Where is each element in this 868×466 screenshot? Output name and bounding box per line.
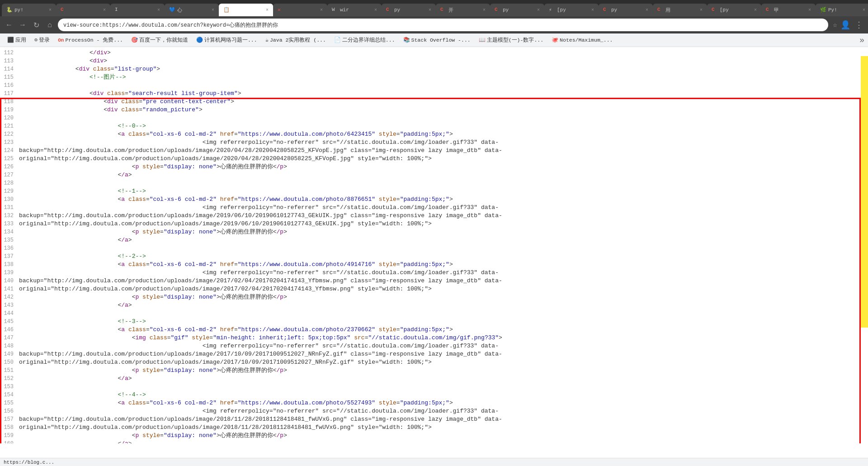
source-line: 146 <a class="col-xs-6 col-md-2" href="h…	[0, 326, 868, 334]
line-number: 138	[0, 261, 19, 269]
tab-c1[interactable]: C×	[56, 4, 110, 16]
line-number: 118	[0, 98, 19, 106]
tab-c4[interactable]: Cpy×	[599, 4, 653, 16]
tab-active[interactable]: 📋×	[219, 4, 273, 16]
source-line: 123 <img referrerpolicy="no-referrer" sr…	[0, 138, 868, 147]
bookmark-login[interactable]: ⊙ 登录	[31, 36, 53, 44]
source-line: 151 <p style="display: none">心疼的抱住胖胖的你</…	[0, 366, 868, 375]
line-number: 116	[0, 81, 19, 90]
tab-xin[interactable]: 💙心×	[165, 4, 219, 16]
bookmark-notes[interactable]: 🐙 Notes/Maximum_...	[548, 36, 616, 44]
source-line: 122 <a class="col-xs-6 col-md-2" href="h…	[0, 130, 868, 138]
source-line: 113 <div>	[0, 57, 868, 65]
forward-button[interactable]: →	[17, 19, 28, 30]
yellow-scroll-indicator[interactable]	[861, 56, 868, 328]
line-text: backup="http://img.doutula.com/productio…	[19, 415, 868, 423]
address-bar[interactable]: view-source:https://www.doutula.com/sear…	[58, 19, 828, 31]
tab-x1[interactable]: ✕×	[273, 4, 327, 16]
bookmark-notes-label: Notes/Maximum_...	[560, 37, 613, 43]
source-line: 153	[0, 383, 868, 391]
source-line: 134 <p style="display: none">心疼的抱住胖胖的你</…	[0, 228, 868, 236]
line-text: <p style="display: none">心疼的抱住胖胖的你</p>	[19, 366, 868, 375]
tab-yong[interactable]: C用×	[653, 4, 707, 16]
apps-icon: ⬛	[7, 37, 14, 43]
source-line: 132backup="http://img.doutula.com/produc…	[0, 212, 868, 220]
bookmark-java[interactable]: ☕ Java 2实用教程 (...	[262, 36, 330, 44]
bookmarks-more[interactable]: »	[859, 36, 864, 45]
line-number: 134	[0, 228, 19, 236]
tab-c5[interactable]: C[py×	[707, 4, 761, 16]
bookmark-baidu-label: 百度一下，你就知道	[139, 37, 188, 43]
line-number: 141	[0, 285, 19, 293]
line-number: 135	[0, 236, 19, 244]
tab-wir[interactable]: Wwir×	[327, 4, 382, 16]
line-text: <div class="list-group">	[19, 65, 868, 73]
source-line: 119 <div class="random_picture">	[0, 106, 868, 114]
processon-icon: On	[58, 38, 64, 43]
line-number: 112	[0, 49, 19, 57]
line-number: 158	[0, 423, 19, 432]
line-number: 120	[0, 114, 19, 122]
tab-py3[interactable]: 🌿Py!×	[816, 4, 868, 16]
line-text: <p style="display: none">心疼的抱住胖胖的你</p>	[19, 432, 868, 440]
source-line: 149backup="http://img.doutula.com/produc…	[0, 350, 868, 358]
bookmarks-bar: ⬛ 应用 ⊙ 登录 On ProcessOn - 免费... 🎯 百度一下，你就…	[0, 33, 868, 47]
tab-c3[interactable]: Cpy×	[490, 4, 544, 16]
line-text: original="http://img.doutula.com/product…	[19, 285, 868, 293]
line-number: 139	[0, 269, 19, 277]
line-number: 127	[0, 171, 19, 179]
source-line: 129 <!--1-->	[0, 187, 868, 195]
source-line: 116	[0, 81, 868, 90]
source-line: 156 <img referrerpolicy="no-referrer" sr…	[0, 407, 868, 415]
line-text: <a class="col-xs-6 col-md-2" href="https…	[19, 130, 868, 138]
tab-i1[interactable]: I×	[110, 4, 165, 16]
line-number: 126	[0, 163, 19, 171]
line-text: <img class="gif" style="min-height: inhe…	[19, 334, 868, 342]
home-button[interactable]: ⌂	[44, 19, 55, 30]
line-text: <p style="display: none">心疼的抱住胖胖的你</p>	[19, 293, 868, 301]
line-text: <p style="display: none">心痛的抱住胖胖的你</p>	[19, 163, 868, 171]
back-button[interactable]: ←	[4, 19, 14, 30]
menu-button[interactable]: ⋮	[854, 19, 864, 30]
line-text: backup="http://img.doutula.com/productio…	[19, 350, 868, 358]
java-icon: ☕	[265, 37, 269, 43]
source-line: 128	[0, 179, 868, 187]
line-text	[19, 114, 868, 122]
source-line: 158original="http://img.doutula.com/prod…	[0, 423, 868, 432]
tab-kai[interactable]: C开×	[436, 4, 490, 16]
bookmark-login-label: 登录	[39, 37, 50, 43]
boundary-icon: 📄	[334, 37, 341, 43]
bookmark-baidu[interactable]: 🎯 百度一下，你就知道	[127, 36, 192, 44]
account-button[interactable]: 👤	[840, 19, 851, 30]
bookmark-stackoverflow[interactable]: 📚 Stack Overflow -...	[400, 36, 474, 44]
line-number: 150	[0, 358, 19, 366]
bookmark-apps[interactable]: ⬛ 应用	[4, 36, 30, 44]
topic-icon: 📖	[479, 37, 486, 43]
source-line: 112 </div>	[0, 49, 868, 57]
source-line: 157backup="http://img.doutula.com/produc…	[0, 415, 868, 423]
line-text: <div>	[19, 57, 868, 65]
line-text: backup="http://img.doutula.com/productio…	[19, 212, 868, 220]
bookmark-network[interactable]: 🔵 计算机网络习题一...	[193, 36, 261, 44]
source-line: 130 <a class="col-xs-6 col-md-2" href="h…	[0, 195, 868, 204]
reload-button[interactable]: ↻	[31, 19, 42, 30]
star-button[interactable]: ☆	[833, 20, 837, 29]
line-text	[19, 244, 868, 252]
line-text: <!--4-->	[19, 391, 868, 399]
bookmark-java-label: Java 2实用教程 (...	[270, 37, 326, 43]
bookmark-processon[interactable]: On ProcessOn - 免费...	[54, 36, 127, 44]
tab-jia[interactable]: C甲×	[761, 4, 816, 16]
source-line: 152 </a>	[0, 375, 868, 383]
bookmark-boundary[interactable]: 📄 二分边界详细总结...	[330, 36, 399, 44]
line-number: 157	[0, 415, 19, 423]
source-line: 141original="http://img.doutula.com/prod…	[0, 285, 868, 293]
source-line: 143 </a>	[0, 301, 868, 309]
tab-py2[interactable]: ⚡[py×	[544, 4, 599, 16]
source-lines-container: 112 </div>113 <div>114 <div class="list-…	[0, 47, 868, 443]
tab-py1[interactable]: 🐍py!×	[2, 4, 56, 16]
tab-c2[interactable]: Cpy×	[382, 4, 436, 16]
bookmark-topic[interactable]: 📖 主题模型(一)-数字...	[475, 36, 547, 44]
bookmark-network-label: 计算机网络习题一...	[204, 37, 257, 43]
line-number: 148	[0, 342, 19, 350]
line-number: 151	[0, 366, 19, 375]
